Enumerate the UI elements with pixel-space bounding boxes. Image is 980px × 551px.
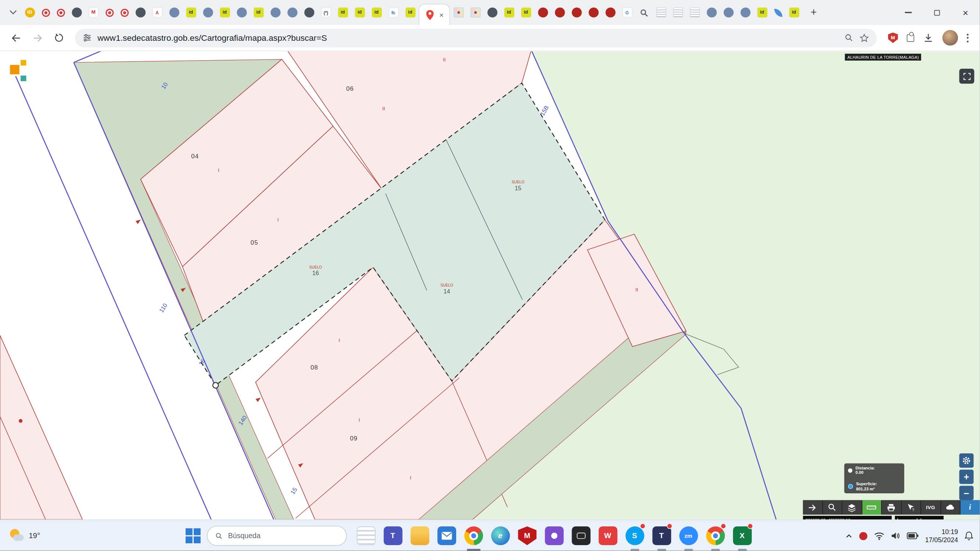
taskbar-app-chrome[interactable] xyxy=(702,520,729,551)
tab[interactable] xyxy=(652,0,670,25)
tab[interactable] xyxy=(301,0,318,25)
tab[interactable] xyxy=(199,0,216,25)
toolbar-info-button[interactable]: i xyxy=(961,500,980,514)
minimize-button[interactable] xyxy=(894,0,922,25)
reload-button[interactable] xyxy=(50,29,68,47)
tab[interactable] xyxy=(284,0,301,25)
tab[interactable]: id xyxy=(402,0,419,25)
tab[interactable] xyxy=(267,0,284,25)
toolbar-pan-button[interactable] xyxy=(803,500,822,514)
extensions-puzzle-icon[interactable] xyxy=(907,34,914,41)
tab[interactable]: id xyxy=(786,0,802,25)
zoom-out-button[interactable]: − xyxy=(959,486,974,500)
tab[interactable] xyxy=(585,0,602,25)
map-settings-button[interactable] xyxy=(959,453,974,468)
taskbar-app-wps[interactable]: W xyxy=(594,520,621,551)
tab[interactable]: A xyxy=(149,0,166,25)
profile-avatar[interactable] xyxy=(942,30,958,46)
tab[interactable] xyxy=(233,0,250,25)
close-window-button[interactable]: × xyxy=(951,0,980,25)
tab[interactable]: id xyxy=(216,0,233,25)
tab[interactable]: id xyxy=(754,0,770,25)
taskbar-app-teams[interactable]: T xyxy=(379,520,406,551)
tab[interactable] xyxy=(117,0,132,25)
toolbar-search-button[interactable] xyxy=(822,500,842,514)
tab[interactable]: id xyxy=(334,0,352,25)
taskbar-app-edge[interactable]: e xyxy=(487,520,514,551)
tab[interactable] xyxy=(770,0,786,25)
tab[interactable] xyxy=(132,0,149,25)
taskbar-app-mcafee[interactable]: M xyxy=(514,520,540,551)
browser-menu-icon[interactable] xyxy=(967,33,969,42)
cadastral-map-svg[interactable] xyxy=(0,51,980,519)
tab[interactable]: id xyxy=(351,0,368,25)
tab[interactable]: (*) xyxy=(318,0,334,25)
tab[interactable]: G xyxy=(619,0,636,25)
tab[interactable]: M xyxy=(85,0,102,25)
catastro-logo[interactable] xyxy=(6,57,30,83)
toolbar-cloud-button[interactable] xyxy=(941,500,960,514)
cadastral-map-viewport[interactable]: 040506080910110140161515BIIIIIIIIIIISUEL… xyxy=(0,51,980,519)
tab[interactable]: fc xyxy=(385,0,402,25)
tab-close-icon[interactable]: × xyxy=(439,11,444,18)
tab[interactable] xyxy=(686,0,703,25)
taskbar-weather-widget[interactable]: 19° xyxy=(5,520,44,551)
notification-bell-icon[interactable] xyxy=(964,531,974,541)
tab[interactable]: id xyxy=(368,0,385,25)
tab[interactable] xyxy=(703,0,720,25)
maximize-button[interactable] xyxy=(922,0,951,25)
new-tab-button[interactable]: + xyxy=(805,4,822,21)
volume-icon[interactable] xyxy=(891,532,901,540)
tab[interactable] xyxy=(551,0,568,25)
tab[interactable] xyxy=(636,0,652,25)
taskbar-app-folder[interactable] xyxy=(406,520,433,551)
tab[interactable]: iD xyxy=(21,0,38,25)
download-icon[interactable] xyxy=(923,32,934,43)
bookmark-star-icon[interactable] xyxy=(859,33,869,43)
taskbar-app-purple[interactable] xyxy=(541,520,568,551)
tab[interactable] xyxy=(53,0,68,25)
zoom-in-button[interactable]: + xyxy=(959,470,974,484)
tab[interactable] xyxy=(166,0,183,25)
tab[interactable] xyxy=(568,0,585,25)
webadvisor-shield-icon[interactable]: M xyxy=(888,32,898,43)
toolbar-layers-button[interactable] xyxy=(843,500,862,514)
back-button[interactable] xyxy=(7,29,25,47)
tab[interactable]: id xyxy=(250,0,267,25)
taskbar-app-excel[interactable]: X xyxy=(729,520,756,551)
battery-icon[interactable] xyxy=(907,532,919,539)
toolbar-print-button[interactable] xyxy=(882,500,901,514)
tab[interactable]: id xyxy=(182,0,199,25)
taskbar-app-teams2[interactable]: T xyxy=(648,520,675,551)
toolbar-identify-button[interactable]: ? xyxy=(901,500,920,514)
tab-active[interactable]: × xyxy=(419,4,450,25)
tab[interactable] xyxy=(450,0,467,25)
toolbar-measure-button[interactable] xyxy=(862,500,881,514)
tab[interactable] xyxy=(68,0,85,25)
taskbar-app-docgray[interactable] xyxy=(353,520,379,551)
toolbar-ivg-button[interactable]: IVG xyxy=(921,500,940,514)
taskbar-clock[interactable]: 10:19 17/05/2024 xyxy=(925,528,958,544)
tab[interactable] xyxy=(720,0,737,25)
address-omnibox[interactable]: www1.sedecatastro.gob.es/Cartografia/map… xyxy=(75,28,877,47)
taskbar-app-chrome[interactable] xyxy=(460,520,487,551)
tab[interactable]: id xyxy=(501,0,517,25)
forward-button[interactable] xyxy=(29,29,46,47)
tray-chevron-up-icon[interactable] xyxy=(845,532,853,540)
tray-antivirus-icon[interactable] xyxy=(859,532,867,540)
measure-start-marker[interactable] xyxy=(213,383,218,388)
taskbar-app-skype[interactable]: S xyxy=(621,520,648,551)
tab[interactable] xyxy=(670,0,686,25)
taskbar-search-box[interactable]: Búsqueda xyxy=(207,526,347,546)
tab[interactable] xyxy=(535,0,551,25)
tab[interactable] xyxy=(602,0,619,25)
tab[interactable] xyxy=(484,0,501,25)
start-button[interactable] xyxy=(185,528,201,544)
wifi-icon[interactable] xyxy=(874,532,885,540)
tab[interactable] xyxy=(38,0,53,25)
zoom-icon[interactable] xyxy=(844,33,854,43)
taskbar-app-mail[interactable] xyxy=(433,520,460,551)
fullscreen-button[interactable] xyxy=(959,69,975,84)
tab-search-button[interactable] xyxy=(5,0,21,25)
taskbar-app-chat[interactable] xyxy=(568,520,594,551)
